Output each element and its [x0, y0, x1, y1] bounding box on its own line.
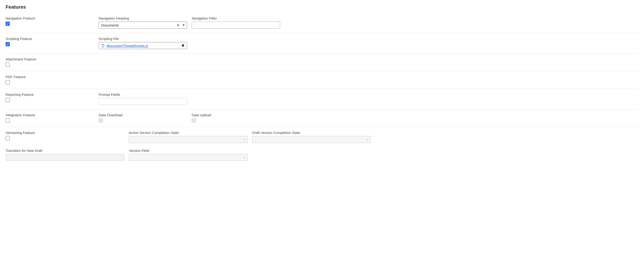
- versioning-feature-label: Versioning Feature: [6, 131, 124, 135]
- pdf-feature-label: PDF Feature: [6, 75, 94, 79]
- data-upload-checkbox: [192, 118, 196, 123]
- version-field-select[interactable]: [129, 154, 248, 161]
- scripting-file-link[interactable]: discussionThreadScripts.js: [106, 44, 180, 48]
- navigation-filter-label: Navigation Filter: [192, 16, 280, 20]
- remove-file-icon[interactable]: ✖: [182, 43, 184, 48]
- scripting-file-label: Scripting File: [99, 37, 187, 41]
- active-version-select[interactable]: [129, 136, 248, 143]
- check-icon: [6, 22, 9, 25]
- prompt-fields-label: Prompt Fields: [99, 93, 187, 96]
- data-upload-label: Data Upload: [192, 113, 280, 117]
- clear-icon[interactable]: [176, 23, 180, 27]
- attachment-feature-checkbox[interactable]: [6, 62, 10, 67]
- navigation-feature-checkbox[interactable]: [6, 22, 10, 26]
- version-field-label: Version Field: [129, 149, 248, 153]
- row-reporting: Reporting Feature Prompt Fields: [6, 93, 638, 109]
- scripting-file-box: discussionThreadScripts.js ✖: [99, 42, 187, 49]
- data-download-checkbox: [99, 118, 103, 123]
- navigation-feature-label: Navigation Feature: [6, 16, 94, 20]
- chevron-down-icon: [243, 138, 246, 142]
- row-versioning-1: Versioning Feature Active Version Comple…: [6, 131, 638, 147]
- pdf-feature-checkbox[interactable]: [6, 80, 10, 84]
- draft-version-select[interactable]: [252, 136, 371, 143]
- chevron-down-icon: [243, 156, 246, 160]
- row-integration: Integration Feature Data Download Data U…: [6, 113, 638, 127]
- row-navigation: Navigation Feature Navigation Heading Do…: [6, 16, 638, 33]
- navigation-heading-combobox[interactable]: Documents: [99, 22, 187, 29]
- integration-feature-label: Integration Feature: [6, 113, 94, 117]
- transition-label: Transition for New Draft: [6, 149, 124, 153]
- integration-feature-checkbox[interactable]: [6, 118, 10, 123]
- section-title: Features: [6, 4, 638, 10]
- chevron-down-icon: [366, 138, 369, 142]
- draft-version-label: Draft Version Completion State: [252, 131, 371, 135]
- navigation-heading-label: Navigation Heading: [99, 16, 187, 20]
- scripting-feature-checkbox[interactable]: [6, 42, 10, 46]
- scripting-feature-label: Scripting Feature: [6, 37, 94, 41]
- prompt-fields-input[interactable]: [99, 98, 187, 105]
- navigation-filter-input[interactable]: [192, 22, 280, 29]
- row-attachment: Attachment Feature: [6, 57, 638, 71]
- chevron-down-icon[interactable]: [182, 23, 186, 27]
- active-version-label: Active Version Completion State: [129, 131, 248, 135]
- file-icon: [101, 44, 105, 47]
- versioning-feature-checkbox[interactable]: [6, 136, 10, 140]
- navigation-heading-value: Documents: [101, 23, 176, 27]
- transition-input: [6, 154, 124, 161]
- data-download-label: Data Download: [99, 113, 187, 117]
- reporting-feature-checkbox[interactable]: [6, 98, 10, 102]
- attachment-feature-label: Attachment Feature: [6, 57, 94, 61]
- check-icon: [6, 43, 9, 45]
- row-versioning-2: Transition for New Draft Version Field: [6, 147, 638, 165]
- row-pdf: PDF Feature: [6, 75, 638, 89]
- row-scripting: Scripting Feature Scripting File discuss…: [6, 37, 638, 53]
- reporting-feature-label: Reporting Feature: [6, 93, 94, 96]
